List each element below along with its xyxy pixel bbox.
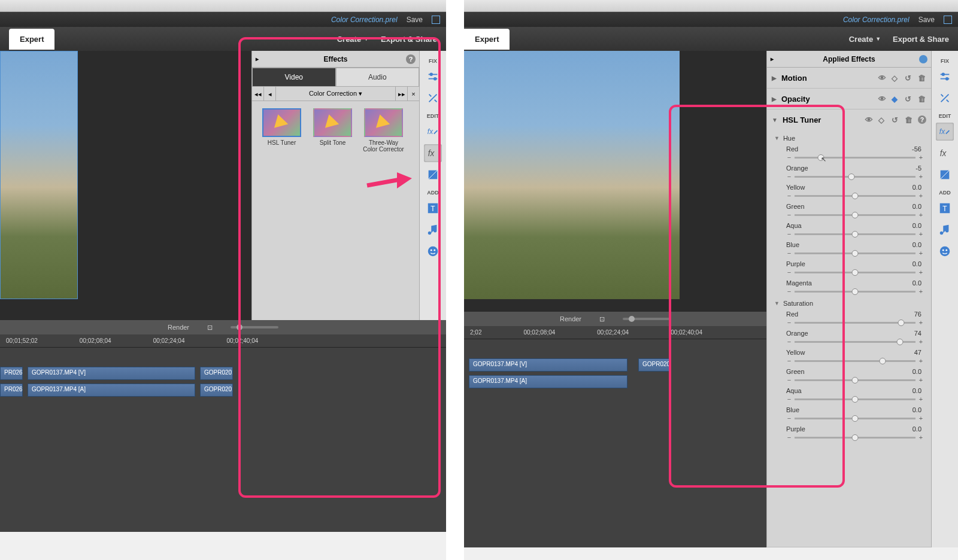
effects-panel-icon[interactable]: fx bbox=[936, 144, 954, 162]
expert-tab[interactable]: Expert bbox=[9, 29, 54, 50]
save-button[interactable]: Save bbox=[407, 16, 423, 24]
save-button[interactable]: Save bbox=[918, 16, 935, 24]
hsl-slider[interactable]: − + bbox=[786, 267, 924, 277]
plus-icon[interactable]: + bbox=[918, 192, 924, 199]
minus-icon[interactable]: − bbox=[786, 154, 792, 161]
category-next-icon[interactable]: ▸▸ bbox=[395, 87, 407, 101]
hsl-param-value[interactable]: 0.0 bbox=[912, 279, 921, 287]
collapse-panel-icon[interactable]: ▸ bbox=[771, 56, 774, 62]
hsl-param-value[interactable]: 0.0 bbox=[912, 260, 921, 267]
hsl-param-value[interactable]: 0.0 bbox=[912, 387, 921, 394]
minus-icon[interactable]: − bbox=[786, 192, 792, 199]
effect-three-way-cc[interactable]: Three-Way Color Corrector bbox=[361, 108, 406, 153]
fx-edit-icon[interactable]: fx bbox=[936, 123, 954, 141]
eye-icon[interactable]: 👁 bbox=[878, 95, 887, 103]
hsl-slider[interactable]: − + bbox=[786, 229, 924, 239]
create-menu[interactable]: Create ▼ bbox=[337, 35, 369, 44]
minus-icon[interactable]: − bbox=[786, 357, 792, 364]
hsl-slider[interactable]: − + bbox=[786, 191, 924, 200]
plus-icon[interactable]: + bbox=[918, 376, 924, 384]
minus-icon[interactable]: − bbox=[786, 415, 792, 422]
minus-icon[interactable]: − bbox=[786, 269, 792, 276]
hsl-param-value[interactable]: 74 bbox=[914, 330, 921, 337]
motion-section-header[interactable]: ▶ Motion 👁 ◇ ↺ 🗑 bbox=[767, 68, 931, 88]
minus-icon[interactable]: − bbox=[786, 173, 792, 180]
hsl-param-value[interactable]: 0.0 bbox=[912, 184, 921, 191]
clip[interactable]: GOPR0137.MP4 [A] bbox=[469, 375, 627, 388]
hsl-tuner-section-header[interactable]: ▼ HSL Tuner 👁 ◇ ↺ 🗑 ? bbox=[767, 109, 931, 130]
hsl-param-value[interactable]: 0.0 bbox=[912, 203, 921, 210]
create-menu[interactable]: Create ▼ bbox=[849, 35, 881, 44]
category-first-icon[interactable]: ◂◂ bbox=[252, 87, 264, 101]
plus-icon[interactable]: + bbox=[918, 319, 924, 326]
audio-tab[interactable]: Audio bbox=[336, 68, 420, 87]
clip[interactable]: GOPR0137.MP4 [A] bbox=[28, 384, 195, 397]
tools-icon[interactable] bbox=[936, 89, 954, 107]
plus-icon[interactable]: + bbox=[918, 269, 924, 276]
zoom-slider[interactable] bbox=[623, 318, 671, 320]
help-icon[interactable]: ? bbox=[918, 115, 926, 124]
clip[interactable]: PR026 bbox=[0, 367, 23, 380]
fit-icon[interactable]: ⊡ bbox=[599, 315, 605, 323]
hsl-param-value[interactable]: -5 bbox=[915, 165, 921, 172]
timeline[interactable]: 00;01;52;02 00;02;08;04 00;02;24;04 00;0… bbox=[0, 334, 446, 532]
hsl-slider[interactable]: − + bbox=[786, 318, 924, 327]
reset-icon[interactable]: ↺ bbox=[905, 74, 913, 82]
plus-icon[interactable]: + bbox=[918, 230, 924, 238]
hsl-slider[interactable]: − + bbox=[786, 210, 924, 220]
hsl-param-value[interactable]: -56 bbox=[912, 145, 921, 153]
plus-icon[interactable]: + bbox=[918, 249, 924, 257]
hsl-slider[interactable]: − + bbox=[786, 433, 924, 442]
minus-icon[interactable]: − bbox=[786, 211, 792, 218]
plus-icon[interactable]: + bbox=[918, 434, 924, 441]
plus-icon[interactable]: + bbox=[918, 154, 924, 161]
eye-icon[interactable]: 👁 bbox=[865, 115, 874, 124]
trash-icon[interactable]: 🗑 bbox=[918, 74, 926, 82]
effect-split-tone[interactable]: Split Tone bbox=[310, 108, 355, 153]
fit-icon[interactable]: ⊡ bbox=[207, 324, 213, 331]
fx-edit-icon[interactable]: fx bbox=[424, 123, 442, 141]
plus-icon[interactable]: + bbox=[918, 173, 924, 180]
time-ruler[interactable]: 00;01;52;02 00;02;08;04 00;02;24;04 00;0… bbox=[0, 334, 446, 348]
render-button[interactable]: Render bbox=[168, 324, 189, 331]
category-close-icon[interactable]: × bbox=[407, 87, 419, 101]
keyframe-icon[interactable]: ◆ bbox=[892, 95, 900, 103]
hsl-slider[interactable]: − + bbox=[786, 337, 924, 346]
hsl-slider[interactable]: − + bbox=[786, 356, 924, 366]
effects-panel-icon[interactable]: fx bbox=[424, 144, 442, 162]
preview-frame[interactable] bbox=[464, 51, 680, 299]
hsl-group-header[interactable]: ▼Saturation bbox=[774, 297, 924, 309]
video-tab[interactable]: Video bbox=[252, 68, 336, 87]
adjust-tool-icon[interactable] bbox=[936, 68, 954, 86]
plus-icon[interactable]: + bbox=[918, 415, 924, 422]
clip[interactable]: GOPR0202 bbox=[200, 367, 233, 380]
hsl-param-value[interactable]: 0.0 bbox=[912, 222, 921, 229]
keyframe-icon[interactable]: ◇ bbox=[892, 74, 900, 82]
trash-icon[interactable]: 🗑 bbox=[905, 115, 913, 124]
hsl-param-value[interactable]: 47 bbox=[914, 349, 921, 356]
hsl-param-value[interactable]: 0.0 bbox=[912, 425, 921, 433]
minus-icon[interactable]: − bbox=[786, 288, 792, 295]
timeline[interactable]: 2;02 00;02;08;04 00;02;24;04 00;02;40;04… bbox=[464, 326, 766, 547]
expert-tab[interactable]: Expert bbox=[464, 29, 510, 50]
hsl-param-value[interactable]: 0.0 bbox=[912, 241, 921, 248]
hsl-slider[interactable]: − + bbox=[786, 248, 924, 258]
clip[interactable]: GOPR0137.MP4 [V] bbox=[469, 358, 627, 372]
effect-hsl-tuner[interactable]: HSL Tuner bbox=[259, 108, 304, 153]
clip[interactable]: GOPR0202 bbox=[200, 384, 233, 397]
collapse-panel-icon[interactable]: ▸ bbox=[256, 56, 259, 62]
minus-icon[interactable]: − bbox=[786, 434, 792, 441]
hsl-slider[interactable]: − + bbox=[786, 413, 924, 423]
clip[interactable]: GOPR0202 bbox=[638, 358, 671, 372]
eye-icon[interactable]: 👁 bbox=[878, 74, 887, 82]
minus-icon[interactable]: − bbox=[786, 395, 792, 403]
music-icon[interactable] bbox=[936, 221, 954, 239]
trash-icon[interactable]: 🗑 bbox=[918, 95, 926, 103]
plus-icon[interactable]: + bbox=[918, 288, 924, 295]
hsl-param-value[interactable]: 76 bbox=[914, 311, 921, 318]
sync-icon[interactable] bbox=[432, 16, 440, 24]
plus-icon[interactable]: + bbox=[918, 338, 924, 345]
titles-icon[interactable]: T bbox=[936, 199, 954, 217]
render-button[interactable]: Render bbox=[560, 315, 581, 322]
hsl-group-header[interactable]: ▼Hue bbox=[774, 132, 924, 144]
